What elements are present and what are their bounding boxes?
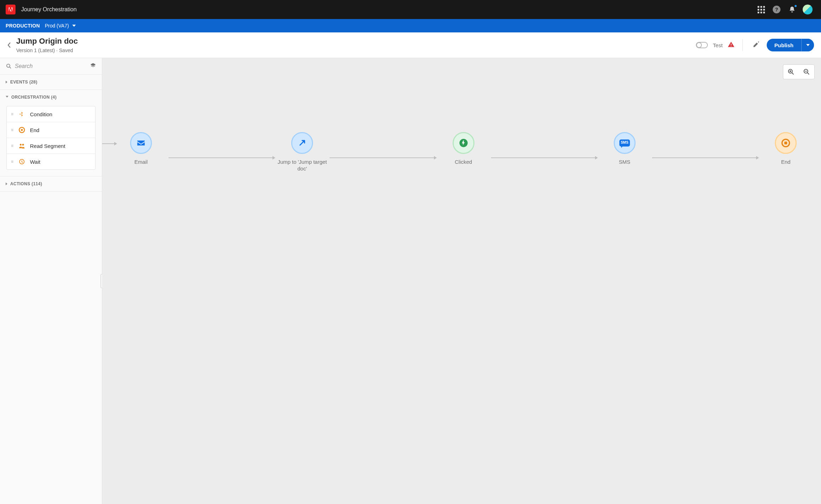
flow-arrow	[652, 157, 758, 158]
node-clicked[interactable]: Clicked	[439, 132, 488, 166]
drag-handle-icon: ≡	[11, 159, 14, 164]
avatar[interactable]	[801, 2, 815, 17]
zoom-out-button[interactable]	[799, 65, 814, 79]
end-icon	[18, 126, 26, 133]
section-actions-label: ACTIONS (114)	[10, 181, 42, 186]
env-label: PRODUCTION	[6, 23, 40, 29]
notification-dot-icon	[794, 4, 797, 8]
node-label: Jump to 'Jump target doc'	[277, 159, 327, 172]
section-actions-header[interactable]: ACTIONS (114)	[0, 176, 102, 191]
divider	[742, 39, 743, 51]
page-header: Jump Origin doc Version 1 (Latest) · Sav…	[0, 32, 821, 58]
read-segment-icon	[18, 142, 26, 149]
palette-item-label: Read Segment	[30, 143, 65, 149]
section-actions: ACTIONS (114)	[0, 176, 102, 192]
svg-point-0	[7, 64, 10, 67]
help-icon[interactable]: ?	[770, 2, 784, 17]
notifications-icon[interactable]	[785, 2, 799, 17]
palette-item-condition[interactable]: ≡ Condition	[7, 106, 95, 122]
node-end[interactable]: End	[761, 132, 810, 166]
publish-dropdown-button[interactable]	[801, 39, 814, 51]
search-input[interactable]	[15, 63, 87, 69]
section-orchestration-header[interactable]: ORCHESTRATION (4)	[0, 90, 102, 105]
section-events-header[interactable]: EVENTS (28)	[0, 75, 102, 89]
app-title: Journey Orchestration	[21, 6, 76, 13]
node-label: Clicked	[455, 159, 472, 166]
section-events: EVENTS (28)	[0, 75, 102, 90]
zoom-in-button[interactable]	[783, 65, 799, 79]
global-header: Journey Orchestration ?	[0, 0, 821, 19]
publish-split-button: Publish	[767, 39, 814, 51]
chevron-right-icon	[6, 182, 7, 185]
sms-icon: SMS	[619, 139, 630, 147]
adobe-logo[interactable]	[6, 5, 16, 14]
publish-button[interactable]: Publish	[767, 39, 801, 51]
drag-handle-icon: ≡	[11, 143, 14, 148]
node-label: End	[781, 159, 791, 166]
node-jump[interactable]: Jump to 'Jump target doc'	[277, 132, 327, 172]
flow-arrow	[169, 157, 275, 158]
page-subtitle: Version 1 (Latest) · Saved	[16, 48, 78, 54]
node-sms[interactable]: SMS SMS	[600, 132, 649, 166]
journey-flow: Email Jump to 'Jump target doc' Clicked	[102, 132, 810, 172]
sidebar-search	[0, 58, 102, 75]
drag-handle-icon: ≡	[11, 112, 14, 117]
clicked-icon	[459, 138, 468, 148]
end-icon	[781, 138, 791, 148]
page-title: Jump Origin doc	[16, 37, 78, 46]
palette-item-label: End	[30, 127, 39, 133]
drag-handle-icon: ≡	[11, 127, 14, 132]
wait-icon	[18, 158, 26, 165]
email-icon	[136, 138, 146, 148]
chevron-down-icon	[806, 44, 810, 46]
layers-icon[interactable]	[90, 62, 96, 70]
flow-arrow	[491, 157, 597, 158]
flow-arrow	[330, 157, 436, 158]
section-events-label: EVENTS (28)	[10, 80, 37, 85]
search-icon	[6, 63, 12, 69]
jump-icon	[298, 139, 306, 147]
app-switcher-icon[interactable]	[754, 2, 768, 17]
env-selector[interactable]: Prod (VA7)	[45, 23, 76, 29]
node-label: SMS	[619, 159, 630, 166]
chevron-down-icon	[6, 96, 8, 99]
test-toggle-label: Test	[713, 42, 723, 48]
palette-item-read-segment[interactable]: ≡ Read Segment	[7, 138, 95, 154]
palette-item-label: Wait	[30, 159, 40, 165]
svg-rect-8	[784, 142, 787, 144]
palette-item-wait[interactable]: ≡ Wait	[7, 154, 95, 169]
node-email[interactable]: Email	[116, 132, 166, 166]
alert-icon[interactable]	[728, 41, 735, 49]
node-label: Email	[134, 159, 148, 166]
palette-item-label: Condition	[30, 111, 52, 117]
section-orchestration-label: ORCHESTRATION (4)	[11, 95, 57, 100]
palette-sidebar: EVENTS (28) ORCHESTRATION (4) ≡ Conditio…	[0, 58, 102, 504]
journey-canvas[interactable]: Email Jump to 'Jump target doc' Clicked	[102, 58, 821, 504]
palette-item-end[interactable]: ≡ End	[7, 122, 95, 138]
section-orchestration: ORCHESTRATION (4) ≡ Condition ≡ End	[0, 90, 102, 176]
environment-bar: PRODUCTION Prod (VA7)	[0, 19, 821, 32]
back-button[interactable]	[4, 37, 16, 54]
chevron-down-icon	[72, 25, 76, 27]
edit-button[interactable]	[750, 39, 762, 51]
chevron-right-icon	[6, 81, 7, 83]
test-toggle[interactable]	[696, 42, 708, 48]
svg-rect-2	[21, 129, 23, 131]
zoom-controls	[783, 64, 815, 79]
env-selected: Prod (VA7)	[45, 23, 69, 29]
condition-icon	[18, 111, 26, 118]
